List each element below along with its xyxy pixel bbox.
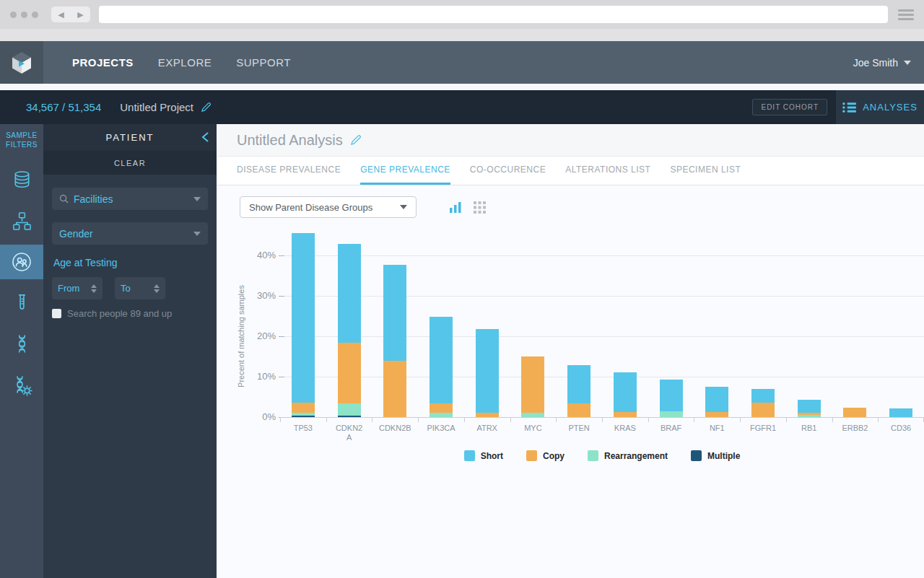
- stepper-arrows-icon[interactable]: [91, 284, 97, 293]
- chevron-down-icon: [193, 232, 201, 236]
- bar-segment-copy[interactable]: [476, 413, 499, 417]
- url-input[interactable]: [99, 6, 888, 23]
- nav-item-explore[interactable]: EXPLORE: [158, 56, 212, 69]
- stepper-arrows-icon[interactable]: [154, 284, 160, 293]
- y-tick: [279, 296, 284, 297]
- bar-segment-copy[interactable]: [567, 403, 590, 417]
- user-menu[interactable]: Joe Smith: [853, 57, 911, 69]
- patient-panel-title: PATIENT: [106, 132, 154, 143]
- y-axis-label: Precent of matching samples: [236, 279, 258, 394]
- sample-filters-label: SAMPLE FILTERS: [6, 131, 38, 149]
- chevron-down-icon: [193, 197, 201, 201]
- bar-segment-copy[interactable]: [798, 413, 821, 415]
- bar-segment-short[interactable]: [705, 387, 728, 412]
- window-dot[interactable]: [32, 12, 38, 18]
- analyses-button[interactable]: ANALYSES: [836, 90, 924, 124]
- bar-segment-copy[interactable]: [521, 356, 544, 413]
- analysis-main: Untitled Analysis DISEASE PREVALENCEGENE…: [217, 124, 924, 578]
- facilities-placeholder: Facilities: [74, 193, 113, 205]
- bar-segment-copy[interactable]: [383, 361, 406, 417]
- project-bar: 34,567 / 51,354 Untitled Project EDIT CO…: [0, 90, 924, 124]
- filter-hierarchy-icon[interactable]: [0, 201, 43, 242]
- bar-segment-rearrangement[interactable]: [338, 403, 361, 416]
- tab-gene-prevalence[interactable]: GENE PREVALENCE: [360, 157, 450, 185]
- facilities-dropdown[interactable]: Facilities: [52, 188, 208, 210]
- x-category-label: TP53: [282, 424, 324, 433]
- filter-dna-gear-icon[interactable]: [0, 364, 43, 406]
- filter-patients-icon[interactable]: [0, 245, 43, 279]
- gridline: [280, 255, 924, 256]
- gender-dropdown[interactable]: Gender: [52, 222, 208, 245]
- bar-segment-short[interactable]: [383, 265, 406, 361]
- browser-menu-icon[interactable]: [898, 9, 914, 20]
- x-tick: [602, 417, 603, 422]
- bar-segment-copy[interactable]: [843, 408, 866, 417]
- bar-segment-rearrangement[interactable]: [521, 413, 544, 417]
- bar-segment-rearrangement[interactable]: [430, 413, 453, 417]
- analyses-label: ANALYSES: [863, 102, 918, 113]
- bar-segment-copy[interactable]: [705, 412, 728, 417]
- bar-segment-copy[interactable]: [430, 403, 453, 413]
- age-from-input[interactable]: From: [52, 277, 103, 299]
- disease-groups-dropdown[interactable]: Show Parent Disease Groups: [240, 196, 417, 218]
- bar-segment-rearrangement[interactable]: [798, 415, 821, 417]
- tab-disease-prevalence[interactable]: DISEASE PREVALENCE: [237, 157, 341, 185]
- forward-icon[interactable]: ▶: [77, 11, 83, 19]
- chrome-strip: [0, 29, 924, 41]
- app-logo-icon[interactable]: [0, 41, 43, 84]
- bar-segment-short[interactable]: [430, 317, 453, 403]
- tab-alterations-list[interactable]: ALTERATIONS LIST: [565, 157, 650, 185]
- filter-database-icon[interactable]: [0, 159, 43, 201]
- tab-co-occurence[interactable]: CO-OCCURENCE: [470, 157, 546, 185]
- back-icon[interactable]: ◀: [58, 11, 64, 19]
- age-to-input[interactable]: To: [115, 277, 165, 299]
- window-dot[interactable]: [21, 12, 27, 18]
- bar-segment-short[interactable]: [751, 389, 775, 403]
- edit-cohort-button[interactable]: EDIT COHORT: [752, 99, 827, 115]
- legend-item-multiple: Multiple: [691, 450, 740, 461]
- legend-swatch: [691, 450, 702, 461]
- edit-project-title-icon[interactable]: [201, 102, 212, 113]
- y-tick: [279, 336, 284, 337]
- bar-segment-short[interactable]: [660, 380, 683, 411]
- main-menu: PROJECTSEXPLORESUPPORT: [72, 56, 291, 69]
- filter-test-tube-icon[interactable]: [0, 282, 43, 323]
- bar-segment-short[interactable]: [338, 244, 361, 343]
- x-tick: [418, 417, 419, 422]
- bar-segment-copy[interactable]: [751, 403, 775, 417]
- bar-segment-copy[interactable]: [292, 403, 315, 413]
- bar-segment-multiple[interactable]: [338, 416, 361, 417]
- gene-prevalence-chart: 0%10%20%30%40%TP53CDKN2 ACDKN2BPIK3CAATR…: [217, 224, 924, 473]
- app-nav: PROJECTSEXPLORESUPPORT Joe Smith: [0, 41, 924, 84]
- bar-segment-copy[interactable]: [338, 343, 361, 403]
- tab-specimen-list[interactable]: SPECIMEN LIST: [670, 157, 741, 185]
- bar-segment-short[interactable]: [476, 329, 499, 412]
- nav-item-support[interactable]: SUPPORT: [236, 56, 291, 69]
- bar-segment-multiple[interactable]: [292, 416, 315, 417]
- bar-segment-short[interactable]: [614, 372, 637, 411]
- bar-chart-view-icon[interactable]: [449, 201, 462, 214]
- bar-segment-short[interactable]: [889, 408, 912, 417]
- bar-segment-short[interactable]: [292, 233, 315, 403]
- bar-segment-short[interactable]: [798, 400, 821, 413]
- bar-segment-short[interactable]: [567, 365, 590, 403]
- bar-segment-rearrangement[interactable]: [292, 413, 315, 416]
- x-tick: [832, 417, 833, 422]
- nav-item-projects[interactable]: PROJECTS: [72, 56, 134, 69]
- cohort-count: 34,567 / 51,354: [26, 101, 101, 113]
- filter-dna-icon[interactable]: [0, 323, 43, 364]
- patient-panel-header: PATIENT: [43, 124, 217, 151]
- grid-view-icon[interactable]: [474, 201, 486, 214]
- bar-segment-copy[interactable]: [614, 412, 637, 417]
- window-dot[interactable]: [10, 12, 17, 18]
- age-89-checkbox-label: Search people 89 and up: [67, 308, 172, 319]
- bar-segment-rearrangement[interactable]: [660, 411, 683, 417]
- divider: [0, 84, 924, 90]
- collapse-panel-icon[interactable]: [201, 131, 209, 146]
- clear-filters-button[interactable]: CLEAR: [43, 151, 217, 175]
- edit-analysis-title-icon[interactable]: [350, 134, 362, 146]
- chevron-down-icon: [904, 61, 911, 65]
- list-icon: [842, 102, 856, 113]
- age-89-checkbox[interactable]: [52, 309, 61, 318]
- y-tick: [279, 377, 284, 377]
